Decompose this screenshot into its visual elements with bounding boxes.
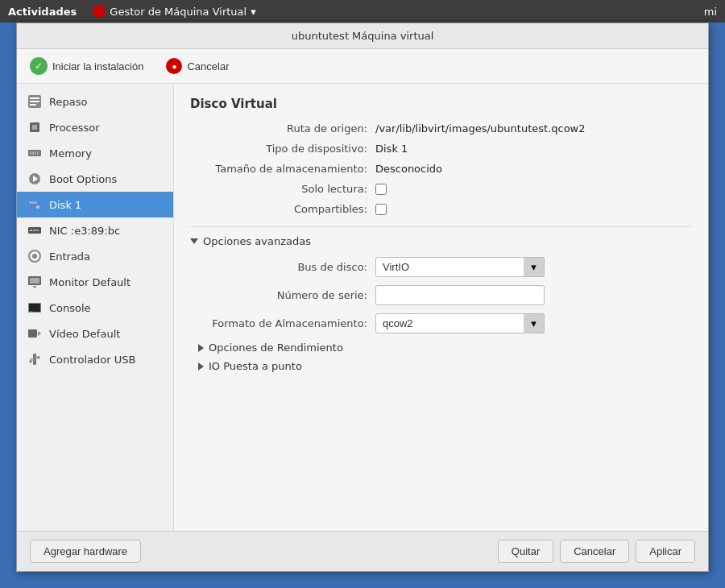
console-icon: _	[27, 300, 43, 316]
cancel-toolbar-label: Cancelar	[187, 60, 229, 72]
io-section-header[interactable]: IO Puesta a punto	[198, 360, 692, 372]
sidebar-item-boot-options[interactable]: Boot Options	[17, 166, 173, 192]
sidebar-item-video[interactable]: Vídeo Default	[17, 321, 173, 346]
app-menu[interactable]: Gestor de Máquina Virtual ▾	[93, 5, 255, 18]
svg-point-14	[36, 205, 39, 209]
usb-icon	[27, 351, 43, 367]
formato-select[interactable]: qcow2 raw vmdk	[375, 313, 545, 333]
entrada-icon	[27, 248, 43, 264]
sidebar-item-processor-label: Processor	[49, 122, 100, 134]
sidebar-item-monitor-label: Monitor Default	[49, 276, 130, 288]
rendimiento-triangle-icon	[198, 344, 204, 352]
apply-button[interactable]: Aplicar	[636, 540, 695, 563]
memory-icon	[27, 145, 43, 161]
quit-button[interactable]: Quitar	[498, 540, 553, 563]
formato-select-wrapper: qcow2 raw vmdk ▾	[375, 313, 545, 333]
sidebar-item-repaso[interactable]: Repaso	[17, 89, 173, 114]
tipo-row: Tipo de dispositivo: Disk 1	[190, 143, 692, 155]
app-icon	[93, 5, 106, 18]
repaso-icon	[27, 93, 43, 110]
ruta-value: /var/lib/libvirt/images/ubuntutest.qcow2	[375, 122, 586, 135]
ruta-row: Ruta de origen: /var/lib/libvirt/images/…	[190, 122, 692, 135]
sidebar-item-video-label: Vídeo Default	[49, 328, 120, 340]
svg-rect-7	[30, 151, 31, 155]
tipo-value: Disk 1	[375, 143, 408, 155]
toolbar: ✓ Iniciar la instalación ● Cancelar	[17, 49, 708, 84]
sidebar-item-processor[interactable]: Processor	[17, 114, 173, 140]
sidebar: Repaso Processor Memory Bo	[17, 84, 174, 531]
start-install-button[interactable]: ✓ Iniciar la instalación	[27, 56, 147, 77]
app-name-label: Gestor de Máquina Virtual	[110, 6, 246, 18]
formato-label: Formato de Almacenamiento:	[190, 317, 375, 329]
cancel-button[interactable]: Cancelar	[560, 540, 629, 563]
bus-select[interactable]: VirtIO IDE SCSI SATA	[375, 257, 545, 277]
advanced-section-header[interactable]: Opciones avanzadas	[190, 235, 692, 247]
compartibles-label: Compartibles:	[190, 203, 375, 215]
tamano-label: Tamaño de almacenamiento:	[190, 163, 375, 175]
svg-marker-29	[38, 331, 41, 336]
boot-icon	[27, 171, 43, 187]
main-layout: Repaso Processor Memory Bo	[17, 84, 708, 531]
processor-icon	[27, 119, 43, 135]
start-install-label: Iniciar la instalación	[52, 60, 143, 72]
svg-point-21	[32, 254, 37, 259]
sidebar-item-memory-label: Memory	[49, 147, 92, 159]
svg-rect-15	[29, 201, 37, 204]
sidebar-item-entrada-label: Entrada	[49, 251, 90, 263]
advanced-section: Opciones avanzadas Bus de disco: VirtIO …	[190, 226, 692, 372]
compartibles-row: Compartibles:	[190, 203, 692, 215]
svg-rect-19	[36, 230, 39, 231]
rendimiento-label: Opciones de Rendimiento	[209, 342, 343, 354]
sidebar-item-console-label: Console	[49, 302, 91, 314]
sidebar-item-disk1[interactable]: Disk 1	[17, 192, 173, 217]
svg-rect-28	[28, 329, 37, 337]
bus-label: Bus de disco:	[190, 261, 375, 273]
bottom-bar: Agregar hardware Quitar Cancelar Aplicar	[17, 531, 708, 571]
svg-rect-18	[33, 230, 35, 231]
svg-rect-9	[35, 151, 36, 155]
compartibles-checkbox[interactable]	[375, 204, 387, 215]
topbar-right-text: mi	[704, 6, 717, 18]
svg-rect-17	[30, 230, 32, 231]
topbar: Actividades Gestor de Máquina Virtual ▾ …	[0, 0, 725, 23]
solo-checkbox[interactable]	[375, 184, 387, 195]
cancel-toolbar-button[interactable]: ● Cancelar	[163, 56, 232, 76]
ruta-label: Ruta de origen:	[190, 122, 375, 135]
bus-row: Bus de disco: VirtIO IDE SCSI SATA ▾	[190, 257, 692, 277]
svg-rect-1	[30, 97, 39, 99]
add-hardware-button[interactable]: Agregar hardware	[30, 540, 141, 563]
sidebar-item-entrada[interactable]: Entrada	[17, 243, 173, 269]
disk1-icon	[27, 197, 43, 213]
advanced-triangle-icon	[190, 238, 198, 244]
sidebar-item-boot-label: Boot Options	[49, 173, 117, 185]
content-title: Disco Virtual	[190, 97, 692, 111]
serie-input[interactable]	[375, 285, 545, 305]
svg-rect-3	[30, 104, 36, 106]
rendimiento-section-header[interactable]: Opciones de Rendimiento	[198, 342, 692, 354]
window-titlebar: ubuntutest Máquina virtual	[17, 23, 708, 49]
advanced-section-label: Opciones avanzadas	[203, 235, 311, 247]
sidebar-item-console[interactable]: _ Console	[17, 295, 173, 321]
svg-rect-5	[32, 125, 37, 130]
cancel-toolbar-icon: ●	[166, 58, 182, 74]
svg-rect-2	[30, 101, 39, 102]
sidebar-item-nic[interactable]: NIC :e3:89:bc	[17, 217, 173, 243]
svg-rect-24	[33, 286, 36, 288]
serie-row: Número de serie:	[190, 285, 692, 305]
sidebar-item-disk1-label: Disk 1	[49, 199, 81, 211]
sidebar-item-usb[interactable]: Controlador USB	[17, 346, 173, 372]
io-label: IO Puesta a punto	[209, 360, 302, 372]
tamano-row: Tamaño de almacenamiento: Desconocido	[190, 163, 692, 175]
svg-text:_: _	[29, 305, 33, 312]
monitor-icon	[27, 274, 43, 290]
svg-point-34	[38, 357, 40, 359]
svg-rect-10	[37, 151, 39, 155]
sidebar-item-usb-label: Controlador USB	[49, 354, 135, 366]
activities-label[interactable]: Actividades	[8, 6, 77, 18]
svg-point-33	[30, 361, 32, 363]
bottom-left: Agregar hardware	[30, 540, 141, 563]
serie-label: Número de serie:	[190, 289, 375, 301]
main-window: ubuntutest Máquina virtual ✓ Iniciar la …	[16, 23, 709, 572]
sidebar-item-memory[interactable]: Memory	[17, 140, 173, 166]
sidebar-item-monitor[interactable]: Monitor Default	[17, 269, 173, 295]
